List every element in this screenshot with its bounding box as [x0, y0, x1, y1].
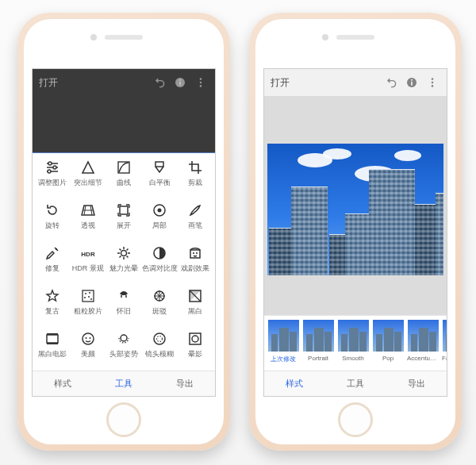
drama-icon [187, 245, 203, 261]
selective-icon [152, 202, 167, 218]
tool-vignette[interactable]: 晕影 [178, 331, 213, 369]
tab-tools[interactable]: 工具 [325, 371, 386, 396]
healing-icon [44, 245, 60, 261]
open-button[interactable]: 打开 [271, 76, 378, 90]
rotate-icon [44, 202, 60, 218]
curves-icon [116, 159, 132, 175]
tool-crop[interactable]: 剪裁 [178, 159, 213, 198]
bottom-tabs: 样式 工具 导出 [33, 371, 215, 396]
noir-icon [44, 331, 60, 347]
tool-label: 复古 [45, 306, 60, 317]
details-icon [80, 159, 96, 175]
tool-bw[interactable]: 黑白 [178, 288, 213, 326]
tool-brush[interactable]: 画笔 [178, 202, 213, 240]
photo-canvas[interactable] [264, 96, 447, 315]
style-label: Smooth [342, 355, 364, 362]
tool-label: 美颜 [81, 349, 95, 359]
portrait-icon [80, 331, 96, 347]
tool-tonal[interactable]: 色调对比度 [142, 245, 178, 283]
tool-grainy[interactable]: 粗粒胶片 [70, 288, 106, 326]
tool-tune[interactable]: 调整图片 [34, 159, 70, 198]
tool-expand[interactable]: 展开 [106, 202, 141, 240]
tool-label: 黑白电影 [38, 349, 67, 359]
tool-lensblur[interactable]: 镜头模糊 [142, 331, 178, 369]
bottom-tabs: 样式 工具 导出 [264, 371, 447, 396]
tool-glamour[interactable]: 魅力光晕 [106, 245, 141, 283]
tool-label: 粗粒胶片 [74, 306, 102, 317]
tool-label: 镜头模糊 [145, 349, 174, 359]
tool-perspective[interactable]: 透视 [70, 202, 106, 240]
open-button[interactable]: 打开 [39, 76, 147, 90]
glamour-icon [116, 245, 132, 261]
style-label: Accentuate [407, 355, 439, 362]
styles-strip[interactable]: 上次修改PortraitSmoothPopAccentuateFaded Glo… [264, 315, 447, 371]
perspective-icon [80, 202, 96, 218]
brush-icon [187, 202, 203, 218]
info-icon[interactable] [404, 76, 420, 89]
tool-label: HDR 景观 [72, 263, 104, 274]
tool-label: 色调对比度 [142, 263, 178, 274]
tool-label: 调整图片 [38, 178, 67, 188]
tool-retrolux[interactable]: 怀旧 [106, 288, 141, 326]
lensblur-icon [152, 331, 167, 347]
expand-icon [116, 202, 132, 218]
tool-selective[interactable]: 局部 [142, 202, 178, 240]
tool-details[interactable]: 突出细节 [70, 159, 106, 198]
undo-icon[interactable] [152, 76, 167, 89]
tool-label: 戏剧效果 [181, 263, 209, 274]
tool-hdr[interactable]: HDR 景观 [70, 245, 106, 283]
more-icon[interactable] [193, 76, 209, 89]
phone-right-frame: 打开 上次修改 [249, 13, 462, 451]
tool-label: 头部姿势 [109, 349, 138, 359]
hdr-icon [80, 245, 96, 261]
style-label: 上次修改 [271, 355, 296, 363]
tool-grunge[interactable]: 斑驳 [142, 288, 178, 326]
tab-styles[interactable]: 样式 [33, 371, 94, 396]
tool-headpose[interactable]: 头部姿势 [106, 331, 141, 369]
home-button[interactable] [106, 402, 141, 437]
style-faded[interactable]: Faded Glow [441, 320, 447, 362]
tune-icon [44, 159, 60, 175]
tool-label: 魅力光晕 [109, 263, 138, 274]
style-smooth[interactable]: Smooth [336, 320, 370, 362]
tool-label: 展开 [117, 221, 131, 231]
tab-tools[interactable]: 工具 [94, 371, 155, 396]
tool-whitebal[interactable]: 白平衡 [142, 159, 178, 198]
tool-label: 画笔 [188, 221, 202, 231]
canvas-empty [33, 96, 215, 152]
style-pop[interactable]: Pop [371, 320, 405, 362]
tool-curves[interactable]: 曲线 [106, 159, 141, 198]
style-last[interactable]: 上次修改 [267, 320, 300, 363]
tool-drama[interactable]: 戏剧效果 [178, 245, 213, 283]
tab-export[interactable]: 导出 [154, 371, 215, 396]
tool-label: 修复 [45, 263, 60, 274]
vintage-icon [44, 288, 60, 304]
tool-rotate[interactable]: 旋转 [34, 202, 70, 240]
vignette-icon [187, 331, 203, 347]
tool-label: 剪裁 [188, 178, 202, 188]
more-icon[interactable] [424, 76, 440, 89]
style-thumb [268, 320, 299, 352]
home-button[interactable] [338, 402, 373, 437]
app-header: 打开 [33, 69, 215, 96]
grunge-icon [152, 288, 167, 304]
style-portrait[interactable]: Portrait [301, 320, 335, 362]
tool-label: 旋转 [45, 221, 60, 231]
tool-noir[interactable]: 黑白电影 [34, 331, 70, 369]
phone-left-frame: 打开 调整图片突出细节曲线白平衡剪裁旋转透视展开局部画笔修复HDR 景观魅力光晕… [17, 13, 230, 451]
right-screen: 打开 上次修改 [263, 68, 447, 397]
tool-label: 曲线 [117, 178, 131, 188]
style-thumb [408, 320, 439, 352]
style-accentuate[interactable]: Accentuate [406, 320, 440, 362]
whitebal-icon [152, 159, 167, 175]
tab-styles[interactable]: 样式 [264, 371, 325, 396]
undo-icon[interactable] [383, 76, 399, 89]
tool-portrait[interactable]: 美颜 [70, 331, 106, 369]
tab-export[interactable]: 导出 [386, 371, 447, 396]
tools-grid: 调整图片突出细节曲线白平衡剪裁旋转透视展开局部画笔修复HDR 景观魅力光晕色调对… [33, 153, 215, 371]
style-thumb [443, 320, 447, 352]
info-icon[interactable] [172, 76, 188, 89]
tool-healing[interactable]: 修复 [34, 245, 70, 283]
headpose-icon [116, 331, 132, 347]
tool-vintage[interactable]: 复古 [34, 288, 70, 326]
